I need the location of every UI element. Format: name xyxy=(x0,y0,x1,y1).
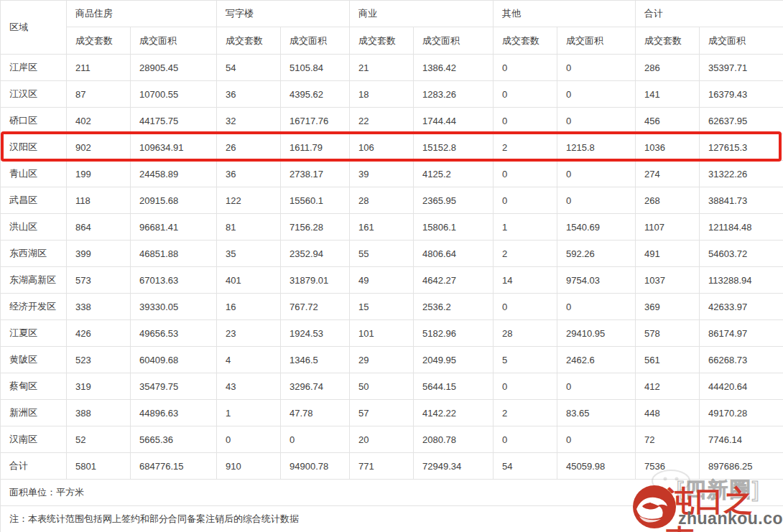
value-cell: 684776.15 xyxy=(131,453,217,480)
value-cell: 0 xyxy=(557,108,636,134)
table-row: 经济开发区33839330.0516767.72152536.200369426… xyxy=(1,294,783,320)
value-cell: 15806.1 xyxy=(414,214,494,241)
value-cell: 121184.48 xyxy=(700,214,783,241)
transactions-table: 区域 商品住房 写字楼 商业 其他 合计 成交套数 成交面积 成交套数 成交面积… xyxy=(0,0,783,532)
value-cell: 426 xyxy=(67,320,131,347)
value-cell: 96681.41 xyxy=(131,214,217,241)
value-cell: 20 xyxy=(350,426,414,453)
value-cell: 1 xyxy=(494,214,557,241)
value-cell: 319 xyxy=(67,373,131,400)
value-cell: 0 xyxy=(494,161,557,187)
table-row: 青山区19924458.89362738.17394125.2002743132… xyxy=(1,161,783,187)
value-cell: 0 xyxy=(557,426,636,453)
footnote-row: 面积单位：平方米 xyxy=(1,480,783,506)
value-cell: 5105.84 xyxy=(281,55,350,81)
value-cell: 864 xyxy=(67,214,131,241)
value-cell: 35397.71 xyxy=(700,55,783,81)
value-cell: 5182.96 xyxy=(414,320,494,347)
value-cell: 44420.64 xyxy=(700,373,783,400)
region-cell: 经济开发区 xyxy=(1,294,67,320)
value-cell: 22 xyxy=(350,108,414,134)
value-cell: 4642.27 xyxy=(414,267,494,294)
table-row: 蔡甸区31935479.75433296.74505644.1500412444… xyxy=(1,373,783,400)
header-sub-units: 成交套数 xyxy=(494,27,557,55)
value-cell: 0 xyxy=(494,55,557,81)
value-cell: 0 xyxy=(494,187,557,214)
value-cell: 21 xyxy=(350,55,414,81)
region-cell: 江汉区 xyxy=(1,81,67,108)
header-group-row: 区域 商品住房 写字楼 商业 其他 合计 xyxy=(1,1,783,27)
region-cell: 东西湖区 xyxy=(1,241,67,267)
value-cell: 52 xyxy=(67,426,131,453)
value-cell: 767.72 xyxy=(281,294,350,320)
value-cell: 1386.42 xyxy=(414,55,494,81)
value-cell: 0 xyxy=(557,81,636,108)
value-cell: 55 xyxy=(350,241,414,267)
value-cell: 49 xyxy=(350,267,414,294)
value-cell: 0 xyxy=(494,294,557,320)
value-cell: 1346.5 xyxy=(281,347,350,373)
header-group-housing: 商品住房 xyxy=(67,1,217,27)
value-cell: 1611.79 xyxy=(281,134,350,161)
table-row: 东西湖区39946851.88352352.94554806.642592.26… xyxy=(1,241,783,267)
value-cell: 0 xyxy=(557,187,636,214)
table-row: 东湖高新区57367013.6340131879.01494642.271497… xyxy=(1,267,783,294)
table-row-highlighted: 汉阳区902109634.91261611.7910615152.821215.… xyxy=(1,134,783,161)
value-cell: 2352.94 xyxy=(281,241,350,267)
value-cell: 897686.25 xyxy=(700,453,783,480)
table-row: 洪山区86496681.41817156.2816115806.111540.6… xyxy=(1,214,783,241)
header-sub-units: 成交套数 xyxy=(350,27,414,55)
value-cell: 1 xyxy=(217,400,281,426)
value-cell: 83.65 xyxy=(557,400,636,426)
value-cell: 81 xyxy=(217,214,281,241)
region-cell: 汉南区 xyxy=(1,426,67,453)
table-row: 江岸区21128905.45545105.84211386.4200286353… xyxy=(1,55,783,81)
value-cell: 199 xyxy=(67,161,131,187)
value-cell: 2462.6 xyxy=(557,347,636,373)
value-cell: 369 xyxy=(636,294,700,320)
header-group-other: 其他 xyxy=(494,1,636,27)
value-cell: 4806.64 xyxy=(414,241,494,267)
value-cell: 26 xyxy=(217,134,281,161)
value-cell: 45059.98 xyxy=(557,453,636,480)
value-cell: 35 xyxy=(217,241,281,267)
value-cell: 0 xyxy=(557,373,636,400)
table-row: 武昌区11820915.6812215560.1282365.950026838… xyxy=(1,187,783,214)
value-cell: 1215.8 xyxy=(557,134,636,161)
value-cell: 573 xyxy=(67,267,131,294)
value-cell: 39 xyxy=(350,161,414,187)
region-cell: 江夏区 xyxy=(1,320,67,347)
value-cell: 561 xyxy=(636,347,700,373)
value-cell: 286 xyxy=(636,55,700,81)
value-cell: 94900.78 xyxy=(281,453,350,480)
table-row: 新洲区38844896.63147.78574142.22283.6544849… xyxy=(1,400,783,426)
value-cell: 54 xyxy=(217,55,281,81)
value-cell: 122 xyxy=(217,187,281,214)
value-cell: 54603.72 xyxy=(700,241,783,267)
value-cell: 15560.1 xyxy=(281,187,350,214)
value-cell: 72 xyxy=(636,426,700,453)
value-cell: 38841.73 xyxy=(700,187,783,214)
value-cell: 7156.28 xyxy=(281,214,350,241)
value-cell: 211 xyxy=(67,55,131,81)
value-cell: 5644.15 xyxy=(414,373,494,400)
value-cell: 2 xyxy=(494,134,557,161)
value-cell: 62637.95 xyxy=(700,108,783,134)
value-cell: 1036 xyxy=(636,134,700,161)
value-cell: 16 xyxy=(217,294,281,320)
footnote-note: 注：本表统计范围包括网上签约和部分合同备案注销后的综合统计数据 xyxy=(1,506,783,532)
region-cell: 蔡甸区 xyxy=(1,373,67,400)
value-cell: 86174.97 xyxy=(700,320,783,347)
value-cell: 16717.76 xyxy=(281,108,350,134)
header-group-total: 合计 xyxy=(636,1,783,27)
value-cell: 35479.75 xyxy=(131,373,217,400)
value-cell: 16379.43 xyxy=(700,81,783,108)
region-cell: 黄陂区 xyxy=(1,347,67,373)
region-cell: 汉阳区 xyxy=(1,134,67,161)
value-cell: 2 xyxy=(494,241,557,267)
value-cell: 36 xyxy=(217,161,281,187)
value-cell: 388 xyxy=(67,400,131,426)
value-cell: 1283.26 xyxy=(414,81,494,108)
header-group-office: 写字楼 xyxy=(217,1,350,27)
region-cell: 武昌区 xyxy=(1,187,67,214)
